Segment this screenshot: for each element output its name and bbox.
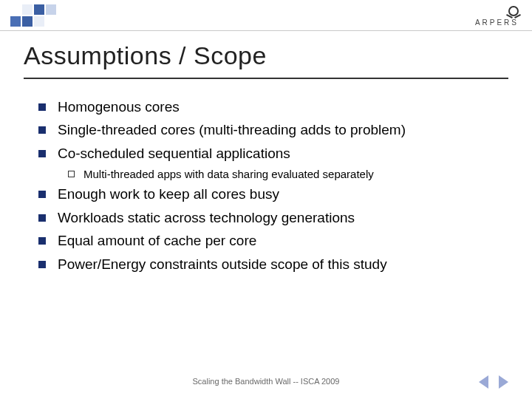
brand-logo: ARPERS xyxy=(475,4,519,27)
footer-text: Scaling the Bandwidth Wall -- ISCA 2009 xyxy=(193,377,340,386)
bullet-text: Workloads static across technology gener… xyxy=(58,207,355,228)
bullet-item: Co-scheduled sequential applications xyxy=(38,143,494,164)
decorative-squares xyxy=(10,4,68,27)
bullet-text: Single-threaded cores (multi-threading a… xyxy=(58,119,406,140)
bullet-text: Power/Energy constraints outside scope o… xyxy=(58,253,387,275)
sub-bullet-text: Multi-threaded apps with data sharing ev… xyxy=(83,166,374,183)
bullet-item: Homogenous cores xyxy=(38,96,494,117)
bullet-icon xyxy=(38,150,46,157)
bullet-text: Enough work to keep all cores busy xyxy=(58,183,279,205)
header-band: ARPERS xyxy=(0,0,532,31)
bullet-icon xyxy=(38,237,46,245)
bullet-text: Homogenous cores xyxy=(58,96,180,117)
nav-arrows xyxy=(479,375,508,389)
prev-slide-button[interactable] xyxy=(479,375,488,389)
bullet-icon xyxy=(38,191,46,198)
slide-content: Homogenous cores Single-threaded cores (… xyxy=(38,96,494,276)
bullet-item: Workloads static across technology gener… xyxy=(38,207,494,228)
bullet-item: Enough work to keep all cores busy xyxy=(38,183,494,205)
bullet-text: Co-scheduled sequential applications xyxy=(58,143,290,164)
bullet-icon xyxy=(38,126,46,134)
sub-bullet-item: Multi-threaded apps with data sharing ev… xyxy=(68,166,494,183)
brand-mark-icon xyxy=(508,6,519,16)
brand-name: ARPERS xyxy=(475,18,519,27)
bullet-icon xyxy=(38,261,46,268)
next-slide-button[interactable] xyxy=(499,375,508,389)
sub-bullet-icon xyxy=(68,171,75,177)
bullet-icon xyxy=(38,214,46,222)
bullet-icon xyxy=(38,103,46,111)
bullet-item: Equal amount of cache per core xyxy=(38,230,494,251)
bullet-item: Power/Energy constraints outside scope o… xyxy=(38,253,494,275)
slide-footer: Scaling the Bandwidth Wall -- ISCA 2009 xyxy=(0,377,532,386)
slide-title: Assumptions / Scope xyxy=(24,40,508,79)
bullet-text: Equal amount of cache per core xyxy=(58,230,256,251)
bullet-item: Single-threaded cores (multi-threading a… xyxy=(38,119,494,140)
